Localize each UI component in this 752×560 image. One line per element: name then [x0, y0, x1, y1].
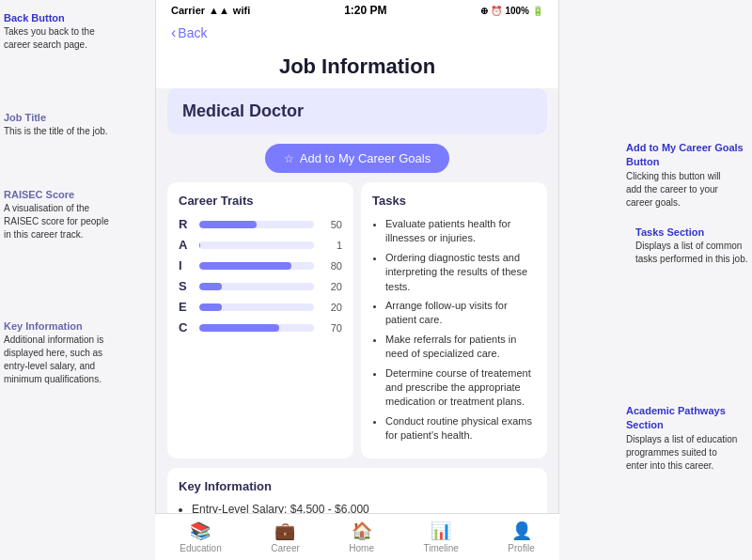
tab-timeline[interactable]: 📊 Timeline — [423, 521, 458, 553]
raisec-bar-bg — [199, 283, 314, 290]
raisec-row: R50 — [179, 217, 342, 231]
add-career-goals-button[interactable]: ☆ Add to My Career Goals — [265, 144, 449, 173]
raisec-value: 80 — [321, 260, 342, 272]
nav-bar: ‹ Back — [156, 21, 558, 49]
task-item: Conduct routine physical exams for patie… — [385, 414, 536, 443]
signal-icon: ▲▲ — [209, 5, 229, 16]
raisec-letter: S — [179, 279, 192, 293]
carrier-label: Carrier — [171, 5, 205, 16]
raisec-row: I80 — [179, 258, 342, 272]
career-label: Career — [271, 543, 300, 553]
career-traits-card: Career Traits R50A1I80S20E20C70 — [167, 182, 353, 459]
raisec-row: C70 — [179, 320, 342, 334]
job-title-card: Medical Doctor — [167, 88, 547, 134]
task-item: Make referrals for patients in need of s… — [385, 333, 536, 362]
raisec-bar-fill — [199, 324, 279, 332]
location-icon: ⊕ — [480, 6, 488, 16]
task-item: Determine course of treatement and presc… — [385, 366, 536, 410]
back-button[interactable]: ‹ Back — [171, 24, 207, 41]
star-icon: ☆ — [284, 152, 294, 165]
raisec-value: 70 — [321, 322, 342, 334]
annotation-back: Back Button Takes you back to the career… — [4, 11, 117, 52]
content-area: Medical Doctor ☆ Add to My Career Goals … — [156, 88, 558, 560]
status-bar: Carrier ▲▲ wifi 1:20 PM ⊕ ⏰ 100% 🔋 — [156, 0, 558, 21]
annotation-academic: Academic Pathways Section Displays a lis… — [626, 404, 748, 473]
raisec-bar-bg — [199, 324, 314, 332]
battery-icon: 🔋 — [532, 6, 543, 16]
career-traits-title: Career Traits — [179, 194, 342, 208]
tab-career[interactable]: 💼 Career — [271, 521, 300, 553]
task-item: Evaluate patients health for illnesses o… — [385, 217, 536, 246]
raisec-value: 1 — [321, 240, 342, 251]
raisec-row: S20 — [179, 279, 342, 293]
annotation-job-title: Job Title This is the title of the job. — [4, 111, 108, 138]
raisec-row: A1 — [179, 238, 342, 252]
raisec-bar-fill — [199, 221, 257, 228]
raisec-letter: C — [179, 320, 192, 334]
raisec-row: E20 — [179, 300, 342, 314]
raisec-letter: A — [179, 238, 192, 252]
education-label: Education — [180, 543, 221, 553]
profile-icon: 👤 — [511, 521, 532, 541]
page-title: Job Information — [156, 49, 558, 88]
tasks-title: Tasks — [372, 194, 536, 208]
wifi-icon: wifi — [233, 5, 250, 16]
raisec-value: 50 — [321, 219, 342, 230]
battery-label: 100% — [505, 6, 529, 16]
raisec-bar-bg — [199, 303, 314, 311]
annotation-key-info: Key Information Additional information i… — [4, 319, 117, 386]
task-item: Ordering diagnostic tests and interpreti… — [385, 251, 536, 294]
timeline-label: Timeline — [423, 543, 458, 553]
raisec-bar-fill — [199, 262, 291, 270]
profile-label: Profile — [508, 543, 534, 553]
career-goals-label: Add to My Career Goals — [300, 151, 431, 165]
two-column-section: Career Traits R50A1I80S20E20C70 Tasks Ev… — [167, 182, 547, 459]
annotation-career-goals: Add to My Career Goals Button Clicking t… — [626, 141, 748, 210]
home-icon: 🏠 — [352, 521, 372, 541]
home-label: Home — [349, 543, 374, 553]
raisec-value: 20 — [321, 281, 342, 292]
annotation-tasks: Tasks Section Displays a list of common … — [635, 226, 748, 266]
phone-frame: Carrier ▲▲ wifi 1:20 PM ⊕ ⏰ 100% 🔋 ‹ Bac… — [155, 0, 559, 560]
annotation-raisec: RAISEC Score A visualisation of the RAIS… — [4, 188, 117, 241]
job-title: Medical Doctor — [182, 101, 304, 120]
task-item: Arrange follow-up visits for patient car… — [385, 299, 536, 328]
raisec-value: 20 — [321, 302, 342, 313]
timeline-icon: 📊 — [431, 521, 451, 541]
tab-profile[interactable]: 👤 Profile — [508, 521, 534, 553]
raisec-bar-bg — [199, 241, 314, 249]
tasks-card: Tasks Evaluate patients health for illne… — [361, 182, 547, 459]
alarm-icon: ⏰ — [491, 6, 502, 16]
tab-bar: 📚 Education 💼 Career 🏠 Home 📊 Timeline 👤… — [155, 513, 559, 560]
raisec-bar-bg — [199, 221, 314, 228]
career-icon: 💼 — [274, 521, 295, 541]
key-info-title: Key Information — [179, 479, 536, 493]
raisec-bar-fill — [199, 241, 200, 249]
raisec-letter: R — [179, 217, 192, 231]
raisec-letter: E — [179, 300, 192, 314]
raisec-bar-fill — [199, 303, 222, 311]
tasks-list: Evaluate patients health for illnesses o… — [372, 217, 536, 443]
raisec-bars: R50A1I80S20E20C70 — [179, 217, 342, 334]
tab-home[interactable]: 🏠 Home — [349, 521, 374, 553]
time-display: 1:20 PM — [344, 4, 386, 17]
education-icon: 📚 — [190, 521, 211, 541]
back-label: Back — [178, 25, 207, 40]
chevron-left-icon: ‹ — [171, 24, 176, 41]
raisec-bar-fill — [199, 283, 222, 290]
tab-education[interactable]: 📚 Education — [180, 521, 221, 553]
raisec-bar-bg — [199, 262, 314, 270]
raisec-letter: I — [179, 258, 192, 272]
